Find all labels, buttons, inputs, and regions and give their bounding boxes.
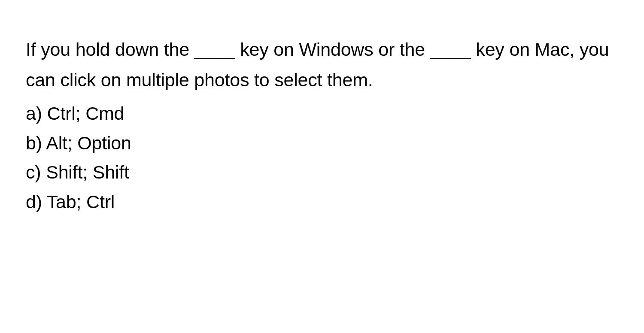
- question-stem: If you hold down the ____ key on Windows…: [26, 34, 618, 95]
- option-a: a) Ctrl; Cmd: [26, 99, 618, 128]
- option-c: c) Shift; Shift: [26, 157, 618, 187]
- option-b: b) Alt; Option: [26, 128, 618, 158]
- option-d: d) Tab; Ctrl: [26, 187, 618, 217]
